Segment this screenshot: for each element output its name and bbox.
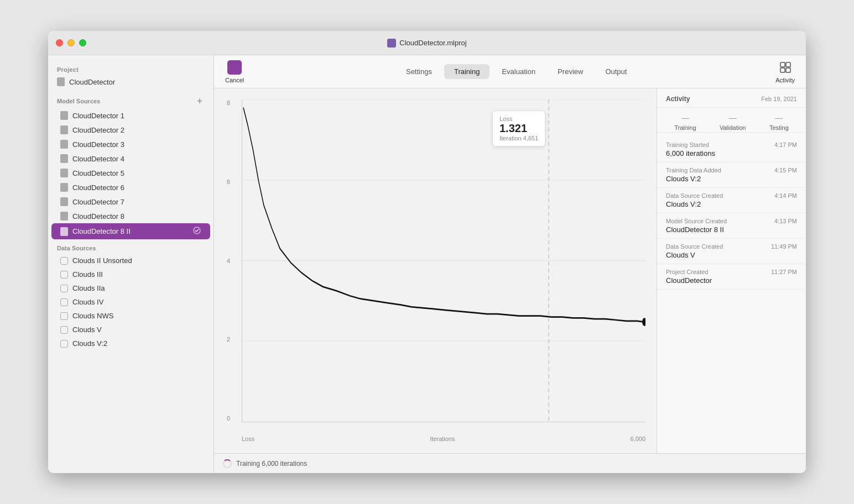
activity-entry-value: CloudDetector <box>666 276 797 285</box>
sidebar-item-clouddetector-2[interactable]: CloudDetector 2 <box>51 123 210 137</box>
datasource-label: Clouds IV <box>72 298 103 306</box>
tab-evaluation[interactable]: Evaluation <box>492 64 545 79</box>
datasource-label: Clouds V:2 <box>72 339 107 348</box>
activity-entry: Project Created 11:27 PM CloudDetector <box>657 264 806 290</box>
sidebar-datasource-clouds-v:2[interactable]: Clouds V:2 <box>51 337 210 350</box>
model-label: CloudDetector 7 <box>72 198 124 206</box>
titlebar: CloudDetector.mlproj <box>48 31 806 55</box>
model-label: CloudDetector 5 <box>72 169 124 177</box>
activity-entry-time: 4:13 PM <box>774 218 797 224</box>
activity-entry-header: Training Data Added 4:15 PM <box>666 167 797 174</box>
activity-entry-type: Data Source Created <box>666 192 723 199</box>
activity-entry: Data Source Created 11:49 PM Clouds V <box>657 239 806 264</box>
svg-rect-2 <box>786 62 790 67</box>
model-icon <box>60 197 68 206</box>
main-layout: Project CloudDetector Model Sources + Cl… <box>48 55 806 473</box>
window-title: CloudDetector.mlproj <box>387 39 466 48</box>
activity-panel-date: Feb 19, 2021 <box>761 96 797 102</box>
activity-panel-header: Activity Feb 19, 2021 <box>657 88 806 108</box>
datasource-label: Clouds V <box>72 326 102 334</box>
sidebar-item-clouddetector-1[interactable]: CloudDetector 1 <box>51 108 210 123</box>
project-icon <box>57 77 65 86</box>
sidebar-datasource-clouds-nws[interactable]: Clouds NWS <box>51 309 210 323</box>
activity-entry-type: Training Data Added <box>666 167 721 174</box>
close-button[interactable] <box>56 39 63 46</box>
loss-chart <box>242 99 645 422</box>
sidebar-datasource-clouds-v[interactable]: Clouds V <box>51 323 210 337</box>
model-icon <box>60 154 68 163</box>
activity-label: Activity <box>775 77 795 83</box>
datasource-icon <box>60 257 68 265</box>
datasource-label: Clouds IIa <box>72 284 105 292</box>
y-label-2: 2 <box>227 336 230 343</box>
model-sources-header: Model Sources + <box>48 91 214 108</box>
activity-entries: Training Started 4:17 PM 6,000 iteration… <box>657 133 806 294</box>
activity-entry-header: Data Source Created 4:14 PM <box>666 192 797 199</box>
activity-entry: Training Data Added 4:15 PM Clouds V:2 <box>657 162 806 188</box>
datasource-label: Clouds III <box>72 270 103 279</box>
model-label: CloudDetector 8 <box>72 212 124 221</box>
loss-tooltip: Loss 1.321 Iteration 4,651 <box>492 111 545 146</box>
svg-point-9 <box>642 318 645 326</box>
metrics-tab-testing[interactable]: — Testing <box>769 113 789 132</box>
svg-rect-4 <box>786 68 790 72</box>
activity-entry: Data Source Created 4:14 PM Clouds V:2 <box>657 188 806 213</box>
minimize-button[interactable] <box>67 39 75 46</box>
datasource-icon <box>60 298 68 306</box>
toolbar-tabs: Settings Training Evaluation Preview Out… <box>257 64 775 79</box>
activity-entry-value: Clouds V <box>666 251 797 259</box>
activity-entry-header: Project Created 11:27 PM <box>666 269 797 275</box>
model-icon <box>60 212 68 221</box>
app-window: CloudDetector.mlproj Project CloudDetect… <box>48 31 806 473</box>
metrics-tab-validation[interactable]: — Validation <box>720 113 746 132</box>
sidebar-item-clouddetector-3[interactable]: CloudDetector 3 <box>51 137 210 151</box>
model-label: CloudDetector 6 <box>72 183 124 192</box>
sidebar-item-clouddetector-8-ii[interactable]: CloudDetector 8 II <box>51 223 210 239</box>
sidebar-item-clouddetector-8[interactable]: CloudDetector 8 <box>51 209 210 223</box>
sidebar-datasource-clouds-iia[interactable]: Clouds IIa <box>51 281 210 295</box>
model-label: CloudDetector 1 <box>72 112 124 120</box>
fullscreen-button[interactable] <box>79 39 86 46</box>
chart-area: 8 6 4 2 0 <box>214 88 657 453</box>
activity-entry: Model Source Created 4:13 PM CloudDetect… <box>657 213 806 239</box>
model-icon <box>60 227 68 236</box>
model-sources-list: CloudDetector 1CloudDetector 2CloudDetec… <box>48 108 214 239</box>
add-model-source-button[interactable]: + <box>195 96 205 106</box>
tab-training[interactable]: Training <box>444 64 490 79</box>
cancel-area: Cancel <box>225 60 244 83</box>
toolbar: Cancel Settings Training Evaluation Prev… <box>214 55 806 88</box>
activity-icon[interactable] <box>778 60 793 75</box>
sidebar-item-clouddetector-4[interactable]: CloudDetector 4 <box>51 151 210 166</box>
tab-settings[interactable]: Settings <box>396 64 442 79</box>
sidebar-item-clouddetector-7[interactable]: CloudDetector 7 <box>51 195 210 209</box>
chart-y-labels: 8 6 4 2 0 <box>227 99 230 422</box>
data-sources-header: Data Sources <box>48 239 214 254</box>
tab-preview[interactable]: Preview <box>548 64 593 79</box>
validation-dash: — <box>720 113 746 122</box>
iterations-axis-label: Iterations <box>430 435 455 442</box>
status-text: Training 6,000 iterations <box>236 460 307 468</box>
datasource-icon <box>60 285 68 292</box>
testing-tab-label: Testing <box>769 124 789 131</box>
sidebar-datasource-clouds-ii-unsorted[interactable]: Clouds II Unsorted <box>51 254 210 267</box>
project-section-label: Project <box>48 62 214 75</box>
cancel-button[interactable] <box>227 60 242 75</box>
tooltip-loss-label: Loss <box>499 116 538 122</box>
tab-output[interactable]: Output <box>595 64 637 79</box>
model-label: CloudDetector 8 II <box>72 227 131 235</box>
chart-axis-titles: Loss Iterations 6,000 <box>242 435 645 442</box>
sidebar-item-clouddetector-5[interactable]: CloudDetector 5 <box>51 166 210 180</box>
activity-panel-title: Activity <box>666 95 690 103</box>
activity-entry-header: Training Started 4:17 PM <box>666 141 797 148</box>
metrics-tab-training[interactable]: — Training <box>674 113 696 132</box>
sidebar-datasource-clouds-iii[interactable]: Clouds III <box>51 267 210 281</box>
testing-dash: — <box>769 113 789 122</box>
sidebar-datasource-clouds-iv[interactable]: Clouds IV <box>51 295 210 309</box>
sidebar-item-clouddetector-6[interactable]: CloudDetector 6 <box>51 180 210 195</box>
y-label-8: 8 <box>227 99 230 106</box>
status-bar: Training 6,000 iterations <box>214 453 806 473</box>
metrics-tabs: — Training — Validation — Testing <box>657 108 806 133</box>
activity-entry-value: Clouds V:2 <box>666 175 797 183</box>
activity-entry: Training Started 4:17 PM 6,000 iteration… <box>657 137 806 162</box>
activity-entry-time: 4:15 PM <box>774 167 797 174</box>
